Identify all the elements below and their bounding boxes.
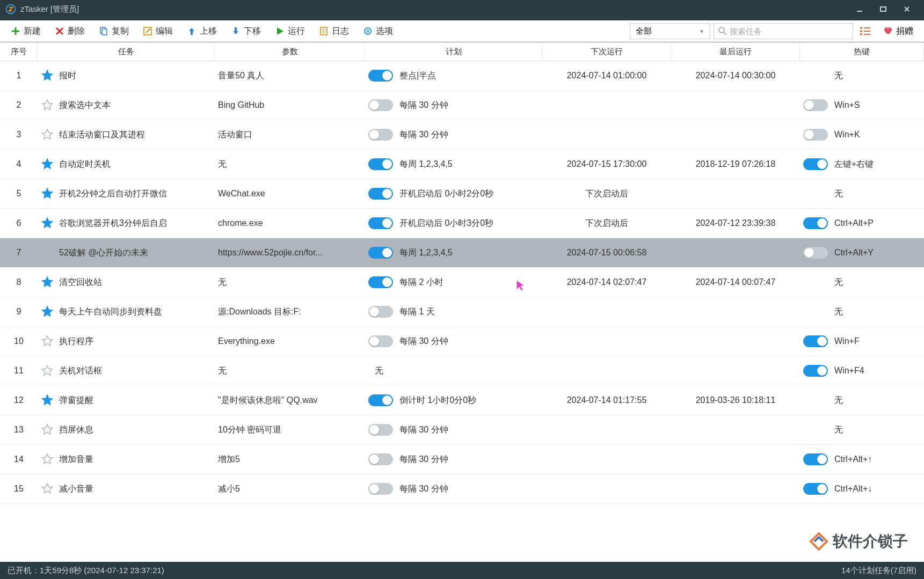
toggle-switch[interactable] bbox=[368, 483, 393, 495]
toggle-switch[interactable] bbox=[803, 217, 828, 229]
toggle-switch[interactable] bbox=[368, 99, 393, 111]
star-icon[interactable] bbox=[41, 305, 54, 318]
run-button[interactable]: 运行 bbox=[270, 24, 310, 39]
toggle-switch[interactable] bbox=[803, 129, 828, 141]
row-index: 6 bbox=[0, 209, 38, 238]
table-row[interactable]: 9每天上午自动同步到资料盘源:Downloads 目标:F:每隔 1 天无 bbox=[0, 297, 924, 327]
table-row[interactable]: 5开机2分钟之后自动打开微信WeChat.exe开机启动后 0小时2分0秒下次启… bbox=[0, 179, 924, 209]
table-row[interactable]: 14增加音量增加5每隔 30 分钟Ctrl+Alt+↑ bbox=[0, 445, 924, 474]
arrow-up-icon bbox=[187, 26, 197, 36]
toggle-switch[interactable] bbox=[368, 453, 393, 465]
next-run: 2024-07-15 17:30:00 bbox=[542, 150, 671, 179]
toggle-switch[interactable] bbox=[803, 335, 828, 347]
plan-text: 每隔 30 分钟 bbox=[399, 424, 448, 436]
table-row[interactable]: 752破解 @心开始の未来https://www.52pojie.cn/for.… bbox=[0, 238, 924, 268]
edit-button[interactable]: 编辑 bbox=[137, 24, 178, 39]
table-row[interactable]: 3结束活动窗口及其进程活动窗口每隔 30 分钟Win+K bbox=[0, 120, 924, 150]
last-run bbox=[671, 238, 800, 267]
table-row[interactable]: 1报时音量50 真人整点|半点2024-07-14 01:00:002024-0… bbox=[0, 61, 924, 91]
app-icon bbox=[5, 4, 16, 14]
star-icon[interactable] bbox=[41, 158, 54, 171]
header-task[interactable]: 任务 bbox=[38, 42, 215, 61]
header-last[interactable]: 最后运行 bbox=[671, 42, 800, 61]
toggle-switch[interactable] bbox=[368, 247, 393, 259]
star-icon[interactable] bbox=[41, 187, 54, 200]
delete-button[interactable]: 删除 bbox=[49, 24, 90, 39]
star-icon[interactable] bbox=[41, 99, 54, 112]
toggle-switch[interactable] bbox=[368, 276, 393, 288]
x-icon bbox=[55, 26, 64, 36]
toggle-switch[interactable] bbox=[803, 483, 828, 495]
plan-text: 每隔 30 分钟 bbox=[399, 454, 448, 465]
toggle-switch[interactable] bbox=[368, 217, 393, 229]
row-index: 7 bbox=[0, 238, 38, 267]
star-icon[interactable] bbox=[41, 453, 54, 466]
toggle-switch[interactable] bbox=[368, 394, 393, 406]
toggle-switch[interactable] bbox=[803, 158, 828, 170]
toggle-switch[interactable] bbox=[803, 453, 828, 465]
maximize-button[interactable] bbox=[871, 2, 895, 17]
table-row[interactable]: 12弹窗提醒"是时候该休息啦" QQ.wav倒计时 1小时0分0秒2024-07… bbox=[0, 386, 924, 415]
log-button[interactable]: 日志 bbox=[314, 24, 354, 39]
movedown-button[interactable]: 下移 bbox=[225, 24, 266, 39]
toggle-switch[interactable] bbox=[368, 70, 393, 82]
table-row[interactable]: 2搜索选中文本Bing GitHub每隔 30 分钟Win+S bbox=[0, 91, 924, 120]
star-icon[interactable] bbox=[41, 335, 54, 348]
last-run bbox=[671, 356, 800, 385]
options-button[interactable]: 选项 bbox=[358, 24, 398, 39]
star-icon[interactable] bbox=[41, 423, 54, 436]
toggle-switch[interactable] bbox=[368, 335, 393, 347]
row-index: 9 bbox=[0, 297, 38, 326]
task-param: Bing GitHub bbox=[215, 91, 365, 120]
new-button[interactable]: 新建 bbox=[5, 24, 46, 39]
star-icon[interactable] bbox=[41, 394, 54, 407]
close-button[interactable] bbox=[895, 2, 919, 17]
status-count: 14个计划任务(7启用) bbox=[841, 566, 916, 576]
star-icon[interactable] bbox=[41, 364, 54, 377]
hotkey-text: Ctrl+Alt+↓ bbox=[834, 484, 872, 494]
toggle-switch[interactable] bbox=[368, 158, 393, 170]
star-icon[interactable] bbox=[41, 69, 54, 82]
table-row[interactable]: 10执行程序Everything.exe每隔 30 分钟Win+F bbox=[0, 327, 924, 356]
toggle-switch[interactable] bbox=[368, 424, 393, 436]
toggle-switch[interactable] bbox=[803, 99, 828, 111]
search-box[interactable] bbox=[714, 23, 853, 39]
table-row[interactable]: 6谷歌浏览器开机3分钟后自启chrome.exe开机启动后 0小时3分0秒下次启… bbox=[0, 209, 924, 238]
task-param: 活动窗口 bbox=[215, 120, 365, 149]
star-icon[interactable] bbox=[41, 482, 54, 495]
table-row[interactable]: 15减小音量减小5每隔 30 分钟Ctrl+Alt+↓ bbox=[0, 474, 924, 504]
toggle-switch[interactable] bbox=[368, 129, 393, 141]
header-plan[interactable]: 计划 bbox=[365, 42, 542, 61]
header-index[interactable]: 序号 bbox=[0, 42, 38, 61]
table-row[interactable]: 8清空回收站无每隔 2 小时2024-07-14 02:07:472024-07… bbox=[0, 268, 924, 297]
star-icon[interactable] bbox=[41, 246, 54, 259]
table-row[interactable]: 11关机对话框无无Win+F4 bbox=[0, 356, 924, 386]
table-row[interactable]: 4自动定时关机无每周 1,2,3,4,52024-07-15 17:30:002… bbox=[0, 150, 924, 179]
toggle-switch[interactable] bbox=[803, 247, 828, 259]
filter-dropdown[interactable]: 全部▼ bbox=[630, 23, 710, 39]
next-run bbox=[542, 356, 671, 385]
hotkey-text: Ctrl+Alt+P bbox=[834, 218, 874, 228]
log-icon bbox=[319, 26, 329, 36]
moveup-button[interactable]: 上移 bbox=[181, 24, 222, 39]
table-row[interactable]: 13挡屏休息10分钟 密码可退每隔 30 分钟无 bbox=[0, 415, 924, 445]
next-run bbox=[542, 445, 671, 474]
search-input[interactable] bbox=[730, 27, 848, 36]
header-next[interactable]: 下次运行 bbox=[542, 42, 671, 61]
star-icon[interactable] bbox=[41, 128, 54, 141]
copy-button[interactable]: 复制 bbox=[93, 24, 134, 39]
plus-icon bbox=[11, 26, 20, 36]
minimize-button[interactable] bbox=[848, 2, 871, 17]
header-param[interactable]: 参数 bbox=[215, 42, 365, 61]
star-icon[interactable] bbox=[41, 276, 54, 289]
toggle-switch[interactable] bbox=[803, 365, 828, 377]
edit-icon bbox=[143, 26, 152, 36]
status-bar: 已开机：1天59分8秒 (2024-07-12 23:37:21) 14个计划任… bbox=[0, 562, 924, 579]
toggle-switch[interactable] bbox=[368, 188, 393, 200]
header-hotkey[interactable]: 热键 bbox=[800, 42, 924, 61]
svg-point-23 bbox=[860, 30, 862, 32]
star-icon[interactable] bbox=[41, 217, 54, 230]
list-view-button[interactable] bbox=[856, 23, 875, 39]
toggle-switch[interactable] bbox=[368, 306, 393, 318]
donate-button[interactable]: 捐赠 bbox=[878, 24, 919, 39]
